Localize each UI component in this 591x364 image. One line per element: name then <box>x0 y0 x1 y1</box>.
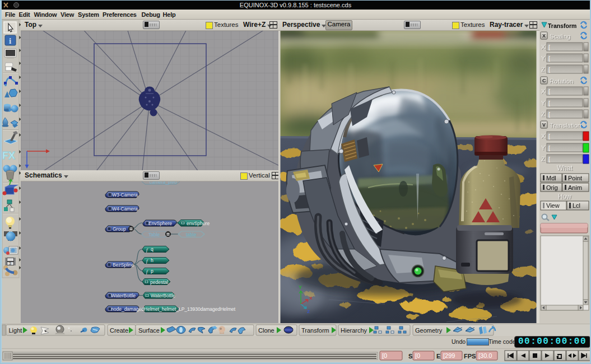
svg-text:BezSpline: BezSpline <box>113 262 134 268</box>
svg-text:Hierarchy: Hierarchy <box>341 327 367 334</box>
svg-text:[30.0: [30.0 <box>478 352 492 359</box>
svg-text:[0: [0 <box>382 352 387 359</box>
svg-text:Create: Create <box>110 327 128 334</box>
svg-text:Z: Z <box>307 309 310 314</box>
svg-text:node_damagedHelmet_helmet_LP_1: node_damagedHelmet_helmet_LP_13930damage… <box>111 306 236 312</box>
svg-text:W4-Camera: W4-Camera <box>112 206 138 212</box>
svg-text:[299: [299 <box>443 352 455 359</box>
svg-text:envSphere: envSphere <box>187 221 210 226</box>
svg-text:Lcl: Lcl <box>573 202 580 209</box>
svg-text:Transform: Transform <box>548 22 576 29</box>
svg-text:Anim: Anim <box>568 184 582 191</box>
svg-text:Geometry: Geometry <box>415 327 443 334</box>
svg-text:[0: [0 <box>415 352 420 359</box>
svg-text:Surface: Surface <box>138 327 160 334</box>
svg-text:C: C <box>542 78 546 83</box>
svg-text:S: S <box>408 353 412 360</box>
svg-text:X: X <box>541 44 546 50</box>
svg-text:camera_pivo: camera_pivo <box>150 181 177 185</box>
svg-text:p: p <box>151 268 153 274</box>
svg-text:EnvSphere: EnvSphere <box>148 221 172 226</box>
svg-text:View: View <box>546 202 560 209</box>
svg-text:Orig: Orig <box>546 184 558 191</box>
svg-text:Rotation: Rotation <box>550 78 574 85</box>
svg-text:q: q <box>151 246 153 252</box>
svg-text:i: i <box>9 36 11 45</box>
svg-text:W3-Camera: W3-Camera <box>112 192 138 198</box>
svg-text:pedestal: pedestal <box>150 279 168 285</box>
svg-text:How: How <box>558 193 571 200</box>
svg-text:WaterBottle: WaterBottle <box>111 293 136 298</box>
svg-text:What: What <box>557 164 573 172</box>
svg-text:Point: Point <box>568 175 582 181</box>
svg-text:3: 3 <box>9 262 11 265</box>
svg-text:Table: Table <box>148 232 160 237</box>
svg-text:Transform: Transform <box>301 327 329 334</box>
svg-text:WaterBottle: WaterBottle <box>151 293 175 298</box>
svg-text:table: table <box>186 232 197 237</box>
svg-text:Translation: Translation <box>550 122 581 129</box>
svg-text:Z: Z <box>541 111 545 118</box>
svg-text:FX: FX <box>2 150 15 161</box>
svg-text:FPS: FPS <box>464 353 476 360</box>
svg-text:Y: Y <box>541 100 546 106</box>
svg-text:Group: Group <box>113 226 126 232</box>
svg-text:Mdl: Mdl <box>546 175 556 181</box>
svg-text:V: V <box>542 122 546 128</box>
svg-text:X: X <box>541 88 546 95</box>
svg-text:X: X <box>309 296 313 301</box>
svg-text:Light: Light <box>9 327 22 334</box>
svg-text:Y: Y <box>541 55 546 62</box>
svg-text:Y: Y <box>299 284 302 290</box>
svg-text:Clone: Clone <box>258 327 274 334</box>
svg-text:Scaling: Scaling <box>550 33 571 40</box>
svg-text:Z: Z <box>541 66 545 73</box>
svg-text:Y: Y <box>541 144 546 151</box>
svg-text:X: X <box>541 133 546 139</box>
svg-text:h: h <box>151 258 153 263</box>
svg-text:E: E <box>436 353 440 360</box>
svg-text:X: X <box>542 33 546 39</box>
svg-text:Z: Z <box>541 156 545 162</box>
